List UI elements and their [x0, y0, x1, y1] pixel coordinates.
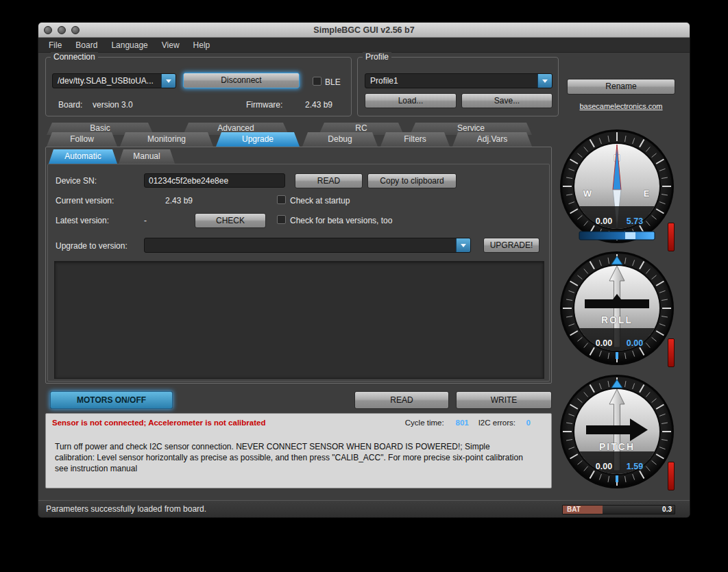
ble-checkbox[interactable]: [313, 77, 321, 86]
titlebar: SimpleBGC GUI v2.56 b7: [38, 23, 690, 38]
load-button[interactable]: Load...: [365, 93, 457, 108]
subtab-automatic[interactable]: Automatic: [49, 149, 117, 164]
tab-follow[interactable]: Follow: [47, 132, 117, 147]
firmware-value: 2.43 b9: [305, 100, 332, 110]
menubar: File Board Language View Help: [38, 38, 690, 53]
roll-value-left: 0.00: [596, 338, 612, 348]
latest-version-value: -: [144, 216, 147, 225]
beta-versions-label: Check for beta versions, too: [290, 216, 392, 225]
tab-debug[interactable]: Debug: [302, 132, 378, 147]
roll-bottom-marker: [616, 352, 618, 359]
pitch-arrow-shaft: [586, 425, 630, 434]
connection-group-title: Connection: [51, 52, 98, 62]
profile-group-title: Profile: [363, 52, 391, 62]
pitch-bottom-marker: [616, 475, 618, 482]
i2c-errors-value: 0: [515, 419, 531, 427]
menu-view[interactable]: View: [155, 38, 186, 53]
profile-select[interactable]: Profile1: [365, 73, 553, 88]
yaw-value-left: 0.00: [596, 216, 612, 226]
upgrade-panel: Automatic Manual Device SN: READ Copy to…: [45, 147, 552, 384]
minimize-button[interactable]: [58, 26, 66, 34]
profile-select-value: Profile1: [365, 76, 537, 86]
read-sn-button[interactable]: READ: [295, 173, 363, 188]
pitch-gauge: PITCH 0.00 1.59: [559, 373, 675, 490]
device-sn-label: Device SN:: [56, 176, 97, 186]
beta-versions-checkbox[interactable]: [277, 215, 286, 224]
upgrade-button[interactable]: UPGRADE!: [483, 238, 539, 253]
yaw-gauge: N W E 0.00 5.73: [559, 128, 675, 245]
save-button[interactable]: Save...: [461, 93, 553, 108]
roll-label: ROLL: [601, 314, 633, 325]
app-window: SimpleBGC GUI v2.56 b7 File Board Langua…: [38, 23, 690, 517]
yaw-scale-bar: [579, 232, 655, 240]
firmware-label: Firmware:: [246, 100, 282, 110]
statusbar: Parameters successfully loaded from boar…: [38, 500, 690, 517]
status-box: Sensor is not connected; Accelerometer i…: [45, 413, 552, 488]
chevron-down-icon[interactable]: [161, 74, 175, 88]
copy-to-clipboard-button[interactable]: Copy to clipboard: [367, 173, 457, 188]
device-sn-input[interactable]: [144, 173, 285, 188]
motors-onoff-button[interactable]: MOTORS ON/OFF: [50, 391, 173, 409]
upgrade-log-area[interactable]: [54, 261, 544, 379]
cycle-time-label: Cycle time:: [405, 419, 444, 427]
yaw-value-right: 5.73: [627, 216, 643, 226]
roll-value-right: 0.00: [627, 338, 643, 348]
roll-level-bar: [585, 299, 649, 308]
upgrade-to-label: Upgrade to version:: [56, 241, 128, 251]
profile-group: Profile Profile1 Load... Save...: [357, 57, 559, 116]
port-select[interactable]: /dev/tty.SLAB_USBtoUA...: [52, 73, 176, 88]
read-button[interactable]: READ: [354, 391, 449, 409]
menu-help[interactable]: Help: [186, 38, 217, 53]
upgrade-version-select[interactable]: [144, 238, 471, 253]
menu-file[interactable]: File: [42, 38, 69, 53]
pitch-alarm-bar: [668, 462, 675, 490]
check-at-startup-label: Check at startup: [290, 196, 350, 206]
basecam-link[interactable]: basecamelectronics.com: [567, 102, 675, 110]
pitch-value-left: 0.00: [596, 462, 612, 471]
write-button[interactable]: WRITE: [456, 391, 552, 409]
tab-upgrade[interactable]: Upgrade: [216, 132, 300, 147]
chevron-down-icon[interactable]: [537, 74, 552, 88]
chevron-down-icon[interactable]: [456, 238, 470, 252]
status-message: Parameters successfully loaded from boar…: [46, 504, 206, 514]
menu-language[interactable]: Language: [104, 38, 154, 53]
calibration-help-text: Turn off power and check I2C sensor conn…: [55, 442, 531, 474]
window-title: SimpleBGC GUI v2.56 b7: [38, 23, 690, 38]
yaw-scale-marker: [625, 232, 635, 239]
pitch-label: PITCH: [599, 441, 635, 452]
board-label: Board:: [58, 100, 82, 110]
compass-east-label: E: [644, 188, 650, 199]
board-metrics: Cycle time: 801 I2C errors: 0: [405, 419, 531, 427]
tab-adjvars[interactable]: Adj.Vars: [452, 132, 532, 147]
compass-west-label: W: [583, 188, 592, 199]
pitch-value-right: 1.59: [627, 462, 643, 471]
ble-label: BLE: [325, 77, 341, 87]
disconnect-button[interactable]: Disconnect: [183, 73, 300, 88]
current-version-value: 2.43 b9: [165, 196, 193, 206]
yaw-alarm-bar: [668, 223, 675, 251]
roll-alarm-bar: [668, 338, 675, 367]
check-at-startup-checkbox[interactable]: [277, 195, 286, 204]
board-value: version 3.0: [93, 100, 133, 110]
tab-filters[interactable]: Filters: [380, 132, 450, 147]
latest-version-label: Latest version:: [56, 216, 109, 225]
current-version-label: Current version:: [56, 196, 114, 206]
battery-value: 0.3: [603, 506, 675, 514]
cycle-time-value: 801: [444, 419, 469, 427]
subtab-manual[interactable]: Manual: [119, 149, 175, 164]
close-button[interactable]: [44, 26, 52, 34]
check-button[interactable]: CHECK: [195, 213, 266, 228]
battery-label: BAT: [563, 506, 603, 514]
rename-button[interactable]: Rename: [567, 79, 675, 95]
sensor-error-text: Sensor is not connected; Accelerometer i…: [52, 419, 265, 427]
battery-indicator: BAT 0.3: [562, 505, 675, 514]
menu-board[interactable]: Board: [69, 38, 104, 53]
roll-gauge: ROLL 0.00 0.00: [559, 250, 675, 366]
tab-monitoring[interactable]: Monitoring: [120, 132, 213, 147]
zoom-button[interactable]: [71, 26, 80, 34]
connection-group: Connection /dev/tty.SLAB_USBtoUA... Disc…: [45, 57, 352, 116]
port-select-value: /dev/tty.SLAB_USBtoUA...: [53, 76, 161, 86]
i2c-errors-label: I2C errors:: [478, 419, 515, 427]
